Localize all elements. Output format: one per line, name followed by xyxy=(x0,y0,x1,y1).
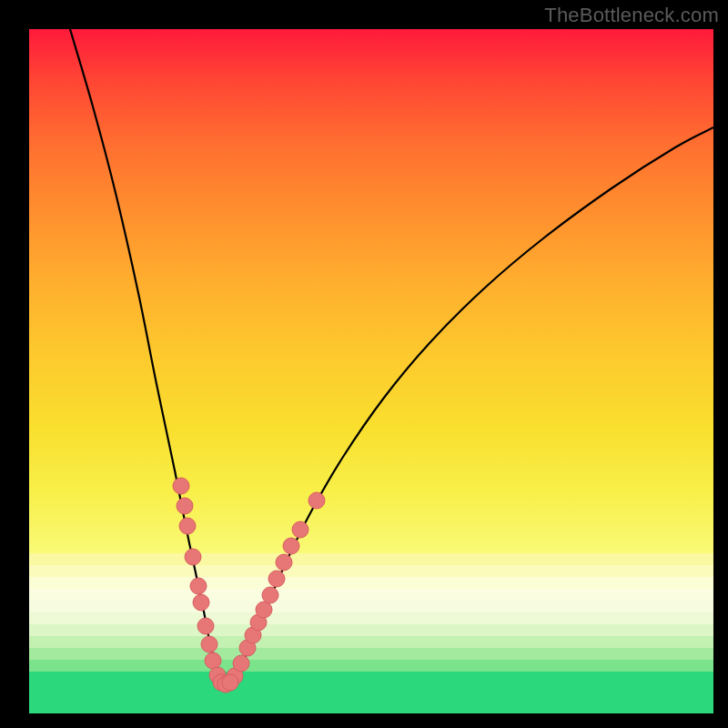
data-marker xyxy=(276,554,292,571)
data-marker xyxy=(190,578,207,594)
data-marker xyxy=(173,478,189,494)
data-marker xyxy=(177,498,193,514)
data-marker xyxy=(193,594,209,611)
watermark-text: TheBottleneck.com xyxy=(544,4,719,27)
data-marker xyxy=(262,587,278,603)
data-marker xyxy=(201,636,217,652)
chart-frame: TheBottleneck.com xyxy=(0,0,728,728)
data-marker xyxy=(308,492,325,509)
data-marker xyxy=(233,655,249,672)
bottleneck-curve xyxy=(70,29,713,684)
data-marker xyxy=(283,538,299,554)
data-marker xyxy=(222,674,238,691)
data-markers xyxy=(173,478,325,693)
data-marker xyxy=(256,602,272,618)
curve-layer xyxy=(29,29,713,713)
data-marker xyxy=(179,518,196,534)
plot-area xyxy=(29,29,713,713)
data-marker xyxy=(205,652,221,669)
data-marker xyxy=(268,571,285,587)
data-marker xyxy=(292,521,308,538)
data-marker xyxy=(185,549,201,565)
data-marker xyxy=(197,618,214,634)
